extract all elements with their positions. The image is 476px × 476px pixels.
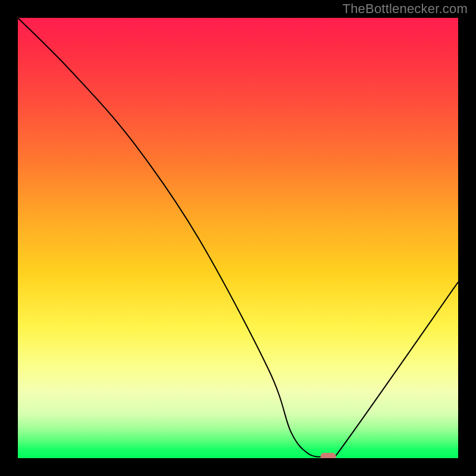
attribution-label: TheBottlenecker.com [343,1,468,17]
optimal-marker [321,453,336,458]
plot-area [18,18,458,458]
chart-frame: TheBottlenecker.com [0,0,476,476]
bottleneck-curve [18,18,458,458]
curve-path [18,18,458,458]
